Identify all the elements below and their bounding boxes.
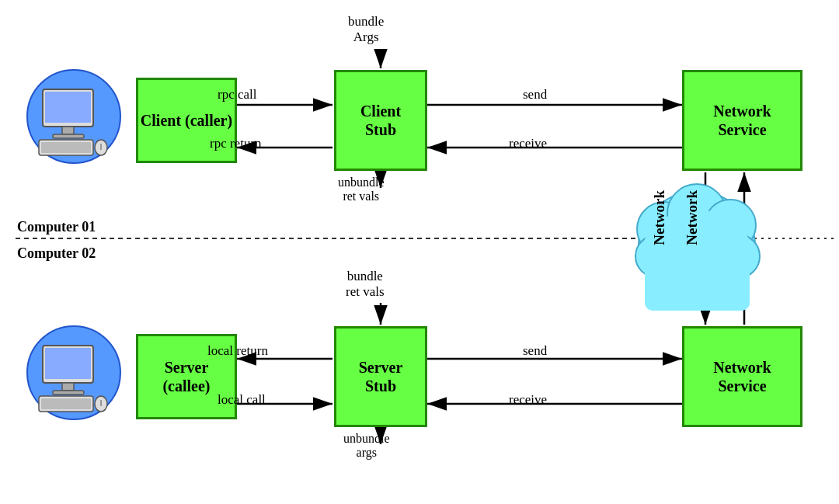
network-service-bottom-box: NetworkService (682, 326, 802, 427)
computer-icon-bottom (23, 322, 124, 423)
server-callee-label: Server(callee) (162, 358, 210, 395)
rpc-call-label: rpc call (218, 87, 257, 103)
network-label-right: Network (684, 190, 701, 245)
svg-rect-39 (62, 383, 74, 391)
svg-rect-31 (53, 134, 84, 138)
bundle-args-label: bundleArgs (348, 14, 384, 45)
network-label-left: Network (651, 190, 668, 245)
svg-rect-33 (41, 142, 91, 153)
unbundle-ret-vals-top-label: unbundleret vals (338, 176, 385, 203)
client-stub-label: ClientStub (360, 102, 401, 139)
svg-rect-26 (645, 249, 750, 311)
network-service-top-label: NetworkService (713, 102, 771, 139)
network-cloud: Network Network (629, 171, 765, 322)
rpc-diagram: Network Network (0, 0, 839, 504)
server-stub-label: ServerStub (359, 358, 403, 395)
svg-rect-38 (45, 348, 91, 379)
network-service-top-box: NetworkService (682, 70, 802, 171)
receive-bottom-label: receive (509, 392, 547, 408)
bundle-ret-vals-label: bundleret vals (346, 269, 385, 300)
computer-icon-top (23, 66, 124, 167)
receive-top-label: receive (509, 136, 547, 151)
network-service-bottom-label: NetworkService (713, 358, 771, 395)
computer-02-label: Computer 02 (17, 245, 96, 262)
client-stub-box: ClientStub (334, 70, 427, 171)
server-stub-box: ServerStub (334, 326, 427, 427)
client-caller-label: Client (caller) (141, 111, 232, 130)
computer-01-label: Computer 01 (17, 219, 96, 235)
send-bottom-label: send (523, 343, 547, 359)
svg-rect-40 (53, 391, 84, 395)
svg-rect-42 (41, 398, 91, 409)
svg-rect-29 (45, 92, 91, 123)
send-top-label: send (523, 87, 547, 103)
local-call-label: local call (218, 392, 266, 408)
rpc-return-label: rpc return (210, 136, 262, 151)
unbundle-args-label: unbundleargs (343, 432, 390, 460)
svg-rect-30 (62, 127, 74, 134)
local-return-label: local return (207, 343, 268, 359)
